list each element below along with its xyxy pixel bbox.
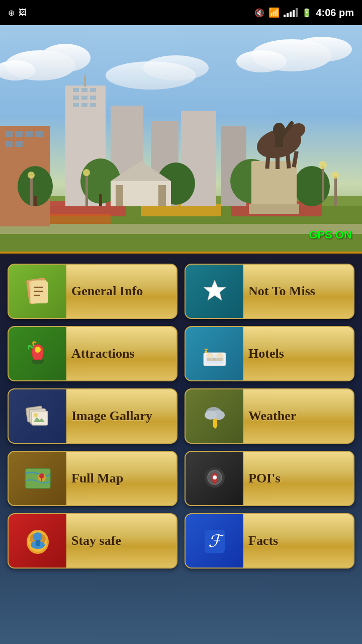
svg-point-8	[143, 55, 209, 80]
menu-icon-hotels	[186, 326, 243, 381]
menu-button-stay-safe[interactable]: Stay safe	[8, 513, 177, 569]
menu-icon-stay-safe	[9, 513, 66, 569]
svg-rect-87	[32, 411, 48, 425]
menu-button-attractions[interactable]: Attractions	[8, 326, 177, 381]
menu-icon-image-gallery	[9, 388, 66, 444]
svg-rect-67	[158, 185, 166, 206]
menu-icon-weather	[186, 388, 243, 444]
menu-label-image-gallery: Image Gallary	[66, 408, 176, 424]
wifi-icon: 📶	[268, 7, 280, 18]
gps-label: GPS ON	[309, 228, 352, 242]
svg-point-102	[213, 475, 217, 479]
menu-label-pois: POI's	[243, 470, 353, 486]
menu-button-hotels[interactable]: Hotels	[185, 326, 354, 381]
svg-rect-18	[81, 88, 87, 92]
city-skyline-svg	[0, 25, 362, 252]
status-bar-right-icons: 🔇 📶 🔋 4:06 pm	[254, 7, 354, 19]
svg-point-98	[39, 473, 44, 478]
svg-rect-17	[73, 88, 79, 92]
svg-rect-34	[25, 131, 33, 137]
svg-rect-66	[116, 185, 123, 206]
menu-icon-facts: ℱ	[186, 513, 243, 569]
menu-button-general-info[interactable]: General Info	[8, 264, 177, 319]
svg-rect-15	[0, 224, 362, 234]
status-bar-left-icons: ⊕ 🖼	[8, 8, 27, 18]
svg-point-80	[216, 353, 223, 358]
svg-rect-46	[249, 204, 299, 214]
svg-rect-50	[276, 155, 280, 169]
svg-rect-35	[35, 131, 43, 137]
svg-point-44	[294, 166, 330, 206]
menu-label-not-to-miss: Not To Miss	[243, 283, 353, 299]
svg-point-63	[83, 169, 90, 176]
svg-point-2	[40, 44, 90, 72]
svg-rect-26	[84, 75, 86, 87]
svg-rect-70	[31, 281, 48, 303]
menu-icon-pois	[186, 451, 243, 506]
city-photo-header: GPS ON	[0, 25, 362, 252]
svg-point-76	[35, 347, 41, 353]
menu-button-image-gallery[interactable]: Image Gallary	[8, 388, 177, 444]
svg-rect-62	[85, 174, 88, 206]
menu-button-pois[interactable]: POI's	[185, 451, 354, 506]
svg-point-89	[34, 413, 38, 417]
menu-label-full-map: Full Map	[66, 470, 176, 486]
menu-label-general-info: General Info	[66, 283, 176, 299]
svg-rect-22	[90, 96, 96, 100]
svg-point-59	[332, 172, 339, 179]
menu-icon-attractions	[9, 326, 66, 381]
svg-point-57	[319, 161, 327, 169]
menu-label-attractions: Attractions	[66, 346, 176, 361]
svg-rect-83	[205, 351, 207, 353]
notification-icon-1: ⊕	[8, 8, 15, 18]
svg-rect-23	[73, 103, 79, 107]
svg-point-79	[206, 353, 213, 358]
svg-rect-96	[25, 468, 50, 489]
svg-rect-14	[50, 214, 111, 224]
menu-panel: General Info Not To Miss Attractions Hot…	[0, 252, 362, 644]
svg-rect-58	[334, 176, 337, 206]
menu-label-stay-safe: Stay safe	[66, 533, 176, 548]
svg-rect-25	[90, 103, 96, 107]
svg-point-92	[205, 411, 217, 420]
photo-icon: 🖼	[19, 8, 27, 17]
svg-rect-36	[5, 141, 13, 147]
menu-icon-full-map	[9, 451, 66, 506]
svg-rect-108	[36, 540, 40, 546]
menu-icon-not-to-miss	[186, 264, 243, 319]
svg-rect-19	[90, 88, 96, 92]
menu-grid: General Info Not To Miss Attractions Hot…	[8, 264, 354, 569]
svg-rect-33	[15, 131, 23, 137]
svg-rect-56	[322, 166, 324, 201]
menu-button-not-to-miss[interactable]: Not To Miss	[185, 264, 354, 319]
svg-rect-24	[81, 103, 87, 107]
svg-rect-37	[15, 141, 23, 147]
svg-rect-99	[41, 478, 42, 481]
svg-rect-20	[73, 96, 79, 100]
svg-point-6	[236, 50, 287, 72]
svg-rect-21	[81, 96, 87, 100]
menu-icon-general-info	[9, 264, 66, 319]
svg-rect-39	[34, 196, 37, 206]
menu-label-hotels: Hotels	[243, 346, 353, 361]
svg-point-61	[28, 172, 35, 179]
signal-bars	[284, 8, 298, 17]
svg-rect-41	[99, 194, 102, 206]
svg-point-5	[292, 37, 352, 62]
svg-marker-84	[204, 349, 209, 351]
svg-marker-74	[204, 280, 226, 300]
menu-label-facts: Facts	[243, 533, 353, 548]
menu-label-weather: Weather	[243, 408, 353, 424]
menu-button-weather[interactable]: Weather	[185, 388, 354, 444]
mute-icon: 🔇	[254, 8, 264, 18]
status-bar: ⊕ 🖼 🔇 📶 🔋 4:06 pm	[0, 0, 362, 25]
svg-rect-32	[5, 131, 13, 137]
svg-rect-60	[30, 176, 33, 206]
battery-icon: 🔋	[302, 8, 312, 18]
menu-button-full-map[interactable]: Full Map	[8, 451, 177, 506]
status-time: 4:06 pm	[316, 7, 354, 19]
menu-button-facts[interactable]: ℱ Facts	[185, 513, 354, 569]
